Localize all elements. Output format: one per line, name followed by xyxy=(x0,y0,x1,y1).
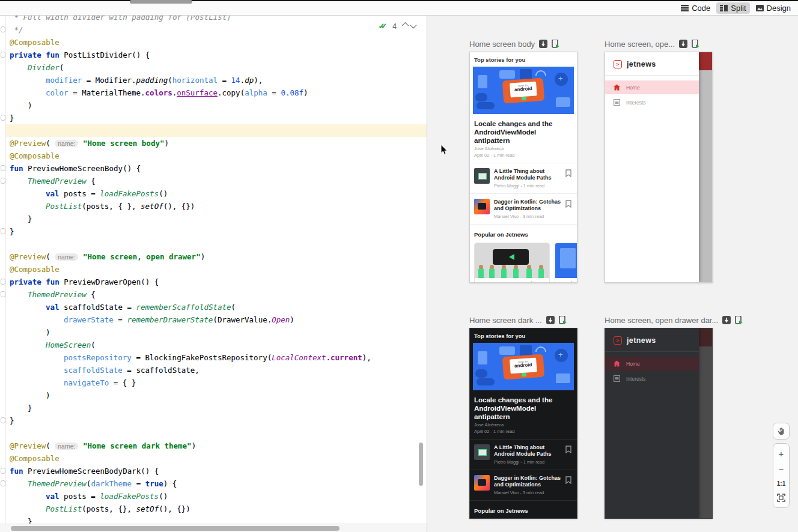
code-line[interactable]: @Composable xyxy=(0,263,427,276)
bookmark-icon[interactable] xyxy=(565,476,571,484)
code-line[interactable]: Divider( xyxy=(0,61,427,74)
split-mode-button[interactable]: Split xyxy=(716,2,749,14)
inspection-widget[interactable]: ✓✓ 4 xyxy=(379,22,417,31)
fold-marker[interactable] xyxy=(1,279,5,285)
code-line[interactable]: } xyxy=(0,213,427,225)
fold-marker[interactable] xyxy=(1,52,5,58)
interactive-preview-icon[interactable] xyxy=(679,40,687,48)
editor-horizontal-scrollbar[interactable] xyxy=(0,524,427,532)
code-line[interactable]: PostList(posts, { }, setOf(), {}) xyxy=(0,200,427,213)
code-line[interactable]: ThemedPreview { xyxy=(0,175,427,187)
drawer-item-home[interactable]: Home xyxy=(605,357,699,370)
code-line[interactable]: drawerState = rememberDrawerState(Drawer… xyxy=(0,313,427,326)
pan-tool-button[interactable] xyxy=(773,423,790,440)
fold-marker[interactable] xyxy=(1,26,5,32)
preview-home-screen-body[interactable]: Top stories for you now inandroid Locale… xyxy=(469,52,577,283)
code-line[interactable] xyxy=(0,124,427,137)
code-line[interactable]: } xyxy=(0,414,427,427)
run-preview-icon[interactable] xyxy=(552,40,560,48)
fold-marker[interactable] xyxy=(1,165,5,171)
post-title[interactable]: Locale changes and the AndroidViewModel … xyxy=(474,119,573,145)
code-line[interactable]: @Composable xyxy=(0,452,427,465)
post-row[interactable]: Dagger in Kotlin: Gotchas and Optimizati… xyxy=(470,194,577,219)
code-line[interactable]: @Composable xyxy=(0,36,427,49)
code-line[interactable]: @Preview( name: "Home screen dark theme"… xyxy=(0,440,427,452)
fold-marker[interactable] xyxy=(1,228,5,234)
code-line[interactable]: ) xyxy=(0,389,427,402)
zoom-to-fit-icon[interactable] xyxy=(777,494,785,502)
horizontal-scrollbar-thumb[interactable] xyxy=(11,526,340,531)
popular-card[interactable]: From Java Programming Langua... Florina … xyxy=(474,243,550,283)
bookmark-icon[interactable] xyxy=(565,446,571,453)
fold-marker[interactable] xyxy=(1,115,5,121)
code-line[interactable]: private fun PreviewDrawerOpen() { xyxy=(0,276,427,288)
fold-marker[interactable] xyxy=(1,178,5,184)
code-line[interactable]: } xyxy=(0,112,427,124)
popular-carousel[interactable]: From Java Programming Langua... Florina … xyxy=(474,243,577,283)
zoom-actual-size-button[interactable]: 1:1 xyxy=(777,480,785,487)
navigation-drawer[interactable]: > jetnews Home Interests xyxy=(605,52,699,282)
code-editor[interactable]: * Full width divider with padding for [P… xyxy=(0,1,427,532)
preview-home-screen-open-drawer[interactable]: > jetnews Home Interests xyxy=(605,52,713,283)
code-line[interactable]: @Composable xyxy=(0,150,427,162)
bookmark-icon[interactable] xyxy=(565,200,571,208)
divider xyxy=(605,351,699,352)
code-line[interactable]: ThemedPreview { xyxy=(0,288,427,301)
code-line[interactable]: HomeScreen( xyxy=(0,339,427,351)
code-line[interactable]: @Preview( name: "Home screen body") xyxy=(0,137,427,150)
run-preview-icon[interactable] xyxy=(735,316,743,324)
drawer-item-home[interactable]: Home xyxy=(605,80,699,94)
editor-vertical-scrollbar[interactable] xyxy=(419,443,423,486)
interactive-preview-icon[interactable] xyxy=(722,316,731,324)
interactive-preview-icon[interactable] xyxy=(546,316,555,324)
bookmark-icon[interactable] xyxy=(565,169,571,177)
run-preview-icon[interactable] xyxy=(559,316,567,324)
previous-issue-icon[interactable] xyxy=(402,22,409,28)
drawer-item-interests[interactable]: Interests xyxy=(605,372,699,385)
tab-bar-scrollbar[interactable] xyxy=(130,0,192,4)
navigation-drawer[interactable]: > jetnews Home Interests xyxy=(605,328,699,518)
code-line[interactable]: navigateTo = { } xyxy=(0,376,427,389)
code-line[interactable]: ) xyxy=(0,326,427,339)
run-preview-icon[interactable] xyxy=(692,40,700,48)
preview-home-screen-dark[interactable]: Top stories for you now inandroid Locale… xyxy=(469,328,577,519)
code-line[interactable]: */ xyxy=(0,23,427,36)
code-line[interactable]: } xyxy=(0,402,427,414)
post-row[interactable]: Dagger in Kotlin: Gotchas and Optimizati… xyxy=(470,470,577,495)
post-title[interactable]: Locale changes and the AndroidViewModel … xyxy=(474,396,573,421)
drawer-item-interests[interactable]: Interests xyxy=(605,95,699,109)
code-line[interactable]: } xyxy=(0,225,427,238)
code-line[interactable]: val scaffoldState = rememberScaffoldStat… xyxy=(0,301,427,313)
code-line[interactable]: fun PreviewHomeScreenBodyDark() { xyxy=(0,465,427,477)
editor-gutter[interactable] xyxy=(0,1,6,532)
code-line[interactable]: ThemedPreview(darkTheme = true) { xyxy=(0,477,427,490)
code-line[interactable] xyxy=(0,427,427,440)
post-row[interactable]: A Little Thing about Android Module Path… xyxy=(470,163,577,189)
code-line[interactable]: postsRepository = BlockingFakePostsRepos… xyxy=(0,351,427,364)
code-line[interactable]: scaffoldState = scaffoldState, xyxy=(0,364,427,376)
design-mode-button[interactable]: Design xyxy=(752,2,794,14)
code-line[interactable] xyxy=(0,238,427,250)
fold-marker[interactable] xyxy=(1,480,5,486)
code-line[interactable]: private fun PostListDivider() { xyxy=(0,49,427,61)
code-line[interactable]: color = MaterialTheme.colors.onSurface.c… xyxy=(0,86,427,99)
code-line[interactable]: modifier = Modifier.padding(horizontal =… xyxy=(0,74,427,86)
preview-home-screen-open-drawer-dark[interactable]: > jetnews Home Interests xyxy=(605,328,713,519)
code-line[interactable]: ) xyxy=(0,99,427,112)
zoom-out-button[interactable]: − xyxy=(779,465,784,474)
next-issue-icon[interactable] xyxy=(410,22,416,28)
popular-card[interactable]: Locale changes and the AndroidViewModel … xyxy=(555,243,577,283)
fold-marker[interactable] xyxy=(1,468,5,474)
code-line[interactable]: val posts = loadFakePosts() xyxy=(0,187,427,200)
zoom-in-button[interactable]: + xyxy=(779,449,784,458)
fold-marker[interactable] xyxy=(1,291,5,297)
interactive-preview-icon[interactable] xyxy=(539,40,547,48)
code-line[interactable]: @Preview( name: "Home screen, open drawe… xyxy=(0,250,427,263)
code-line[interactable]: PostList(posts, {}, setOf(), {}) xyxy=(0,503,427,515)
code-line[interactable]: fun PreviewHomeScreenBody() { xyxy=(0,162,427,175)
fold-marker[interactable] xyxy=(1,417,5,423)
post-row[interactable]: A Little Thing about Android Module Path… xyxy=(470,440,577,465)
post-thumbnail xyxy=(474,168,490,184)
code-mode-button[interactable]: Code xyxy=(677,2,714,14)
code-line[interactable]: val posts = loadFakePosts() xyxy=(0,490,427,503)
